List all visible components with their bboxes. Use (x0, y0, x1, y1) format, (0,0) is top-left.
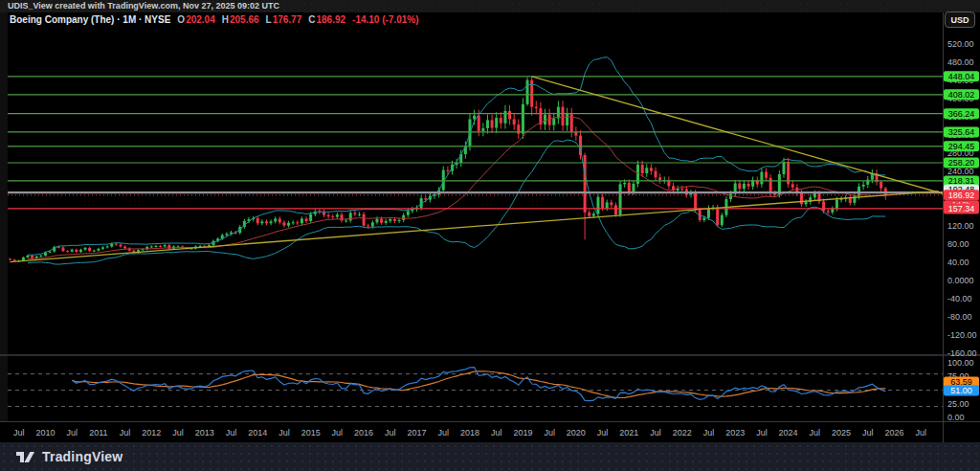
time-tick-label: 2012 (142, 428, 161, 437)
price-tick-label: 120.00 (947, 221, 974, 231)
ohlc-open: O 202.04 (177, 14, 214, 25)
price-tick-label: -40.00 (947, 294, 972, 303)
symbol-title[interactable]: Boeing Company (The) · 1M · NYSE (10, 14, 170, 25)
green-level-price-label: 448.04 (944, 71, 979, 81)
price-tick-label: 0.0000 (947, 276, 974, 285)
time-tick-label: Jul (810, 428, 821, 437)
green-level-price-label: 258.20 (944, 157, 979, 168)
time-tick-label: 2015 (301, 428, 321, 437)
time-tick-label: Jul (597, 428, 609, 437)
price-tick-label: -120.00 (947, 330, 977, 340)
time-tick-label: 2021 (619, 428, 638, 437)
svg-text:157.34: 157.34 (948, 204, 975, 213)
green-level-price-label: 325.64 (944, 126, 979, 137)
time-tick-label: Jul (13, 428, 25, 437)
price-change: -14.10 (-7.01%) (352, 14, 418, 25)
svg-text:448.04: 448.04 (948, 72, 975, 81)
chart-canvas[interactable]: -160.00-120.00-80.00-40.000.000040.0080.… (0, 0, 980, 471)
time-tick-label: Jul (544, 428, 555, 437)
time-tick-label: Jul (120, 428, 131, 437)
time-tick-label: Jul (66, 428, 78, 437)
svg-text:294.45: 294.45 (948, 142, 975, 151)
time-tick-label: 2018 (460, 428, 479, 437)
oscillator-tick-label: 25.00 (947, 399, 969, 409)
price-tick-label: -160.00 (947, 348, 977, 358)
red-level-price-label: 157.34 (944, 203, 979, 213)
time-tick-label: 2019 (513, 428, 532, 437)
time-tick-label: 2024 (779, 428, 798, 437)
time-axis[interactable]: Jul2010Jul2011Jul2012Jul2013Jul2014Jul20… (13, 428, 926, 437)
time-tick-label: Jul (438, 428, 450, 437)
svg-text:408.02: 408.02 (948, 90, 975, 100)
svg-text:366.24: 366.24 (948, 109, 975, 119)
rsi-value-label: 51.00 (944, 386, 979, 396)
svg-text:186.92: 186.92 (948, 191, 975, 200)
time-tick-label: Jul (915, 428, 926, 437)
oscillator-tick-label: 0.00 (947, 413, 965, 422)
oscillator-tick-label: 100.00 (947, 358, 974, 368)
time-tick-label: Jul (226, 428, 237, 437)
time-tick-label: Jul (703, 428, 715, 437)
time-tick-label: Jul (491, 428, 502, 437)
svg-text:258.20: 258.20 (948, 158, 975, 168)
price-tick-label: 480.00 (947, 57, 974, 67)
current-price-label: 186.92 (944, 190, 979, 200)
ohlc-low: L 176.77 (266, 14, 302, 25)
price-tick-label: 40.00 (947, 258, 969, 267)
snapshot-header: UDIS_View created with TradingView.com, … (0, 0, 980, 12)
time-tick-label: 2016 (354, 428, 373, 437)
green-level-price-label: 294.45 (944, 141, 979, 151)
tradingview-logo-icon[interactable] (15, 448, 35, 465)
currency-unit-button[interactable]: USD (945, 11, 975, 28)
green-level-price-label: 366.24 (944, 108, 979, 119)
svg-text:325.64: 325.64 (948, 127, 975, 137)
time-tick-label: Jul (278, 428, 290, 437)
time-tick-label: 2020 (567, 428, 586, 437)
price-tick-label: -80.00 (947, 312, 972, 322)
time-tick-label: 2014 (248, 428, 267, 437)
footer-bar: TradingView (0, 442, 980, 471)
time-tick-label: 2011 (89, 428, 107, 437)
price-tick-label: 520.00 (947, 39, 974, 49)
time-tick-label: 2013 (195, 428, 214, 437)
price-tick-label: 80.00 (947, 239, 969, 249)
time-tick-label: 2017 (408, 428, 427, 437)
green-level-price-label: 408.02 (944, 89, 979, 100)
time-tick-label: 2025 (832, 428, 851, 437)
svg-text:51.00: 51.00 (950, 386, 972, 395)
time-tick-label: 2022 (673, 428, 692, 437)
time-tick-label: 2023 (725, 428, 745, 437)
time-tick-label: Jul (862, 428, 874, 437)
time-tick-label: 2010 (35, 428, 55, 437)
snapshot-header-text: UDIS_View created with TradingView.com, … (8, 1, 279, 11)
time-tick-label: Jul (172, 428, 184, 437)
time-tick-label: Jul (385, 428, 396, 437)
ohlc-close: C 186.92 (308, 14, 345, 25)
tradingview-wordmark[interactable]: TradingView (42, 449, 122, 464)
time-tick-label: Jul (756, 428, 768, 437)
time-tick-label: Jul (332, 428, 344, 437)
ohlc-high: H 205.66 (222, 14, 259, 25)
tradingview-snapshot: -160.00-120.00-80.00-40.000.000040.0080.… (0, 0, 980, 471)
time-tick-label: Jul (650, 428, 661, 437)
time-tick-label: 2026 (884, 428, 903, 437)
symbol-legend: Boeing Company (The) · 1M · NYSE O 202.0… (10, 14, 419, 25)
